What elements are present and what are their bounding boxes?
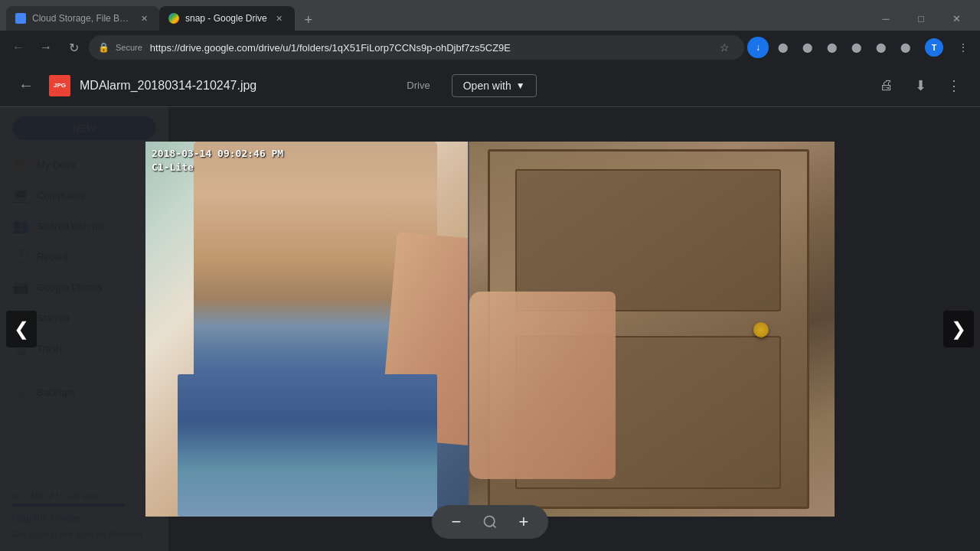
address-bar[interactable]: 🔒 Secure https://drive.google.com/drive/… [89,35,744,60]
tab-cloud-storage[interactable]: Cloud Storage, File Back... ✕ [6,6,159,31]
cam-label: C1-Lite [152,161,194,173]
maximize-button[interactable]: □ [903,6,939,31]
url-display: https://drive.google.com/drive/u/1/folde… [150,42,707,54]
cam-left-panel [145,142,469,517]
zoom-out-icon: − [452,512,462,532]
viewer-actions: 🖨 ⬇ ⋮ [873,72,968,99]
extension-area: ↓ ⬤ ⬤ ⬤ ⬤ ⬤ ⬤ T ⋮ [747,37,974,58]
tab-favicon-1 [15,13,26,24]
left-arrow-icon: ❮ [14,318,29,340]
tab-google-drive[interactable]: snap - Google Drive ✕ [159,6,295,31]
refresh-button[interactable]: ↻ [61,35,86,60]
back-to-drive-button[interactable]: ← [12,72,40,99]
zoom-search-icon [478,510,502,534]
zoom-toolbar: − + [432,505,548,539]
ext-icon-6[interactable]: ⬤ [870,37,891,58]
security-camera-image: 2018-03-14 09:02:46 PM C1-Lite [145,142,835,517]
previous-image-button[interactable]: ❮ [6,311,37,347]
file-type-icon: JPG [49,75,70,96]
open-with-chevron-icon: ▼ [516,80,525,91]
secure-icon: 🔒 [98,42,109,53]
profile-avatar[interactable]: T [925,38,943,57]
svg-line-1 [493,525,496,528]
main-content: Drive NEW 📁 My Drive 💻 Computers 👥 Share… [0,64,980,551]
image-area: ❮ 2018-03-14 09:02:46 PM C1-Lite [0,107,980,551]
bookmark-icon[interactable]: ☆ [714,37,735,58]
tab-bar: Cloud Storage, File Back... ✕ snap - Goo… [0,0,980,31]
cam-right-panel [469,142,835,517]
cam-timestamp: 2018-03-14 09:02:46 PM [152,148,283,159]
browser-controls: ← → ↻ 🔒 Secure https://drive.google.com/… [0,31,980,64]
tab-label-2: snap - Google Drive [185,13,267,24]
zoom-out-button[interactable]: − [444,510,469,534]
address-actions: ☆ [714,37,735,58]
print-button[interactable]: 🖨 [873,72,900,99]
ext-icon-2[interactable]: ⬤ [772,37,793,58]
door-upper-panel [515,169,782,311]
more-options-button[interactable]: ⋮ [940,72,968,99]
ext-icon-7[interactable]: ⬤ [894,37,916,58]
minimize-button[interactable]: ─ [868,6,903,31]
browser-frame: Cloud Storage, File Back... ✕ snap - Goo… [0,0,980,551]
close-button[interactable]: ✕ [939,6,974,31]
open-with-label: Open with [463,80,511,92]
next-image-button[interactable]: ❯ [943,311,974,347]
ext-icon-4[interactable]: ⬤ [821,37,842,58]
ext-icon-3[interactable]: ⬤ [796,37,818,58]
download-button[interactable]: ⬇ [906,72,934,99]
window-controls: ─ □ ✕ [868,6,974,31]
tab-label-1: Cloud Storage, File Back... [32,13,132,24]
zoom-in-button[interactable]: + [511,510,536,534]
door-knob [753,322,769,337]
secure-label: Secure [116,43,142,52]
back-button[interactable]: ← [6,35,31,60]
clothing-bottom [178,374,436,517]
viewer-header: ← JPG MDAlarm_20180314-210247.jpg Drive … [0,64,980,107]
tab-favicon-2 [168,13,179,24]
profile-area: T [919,38,949,57]
chrome-menu-icon[interactable]: ⋮ [952,37,974,58]
ext-icon-1[interactable]: ↓ [747,37,769,58]
file-viewer: ← JPG MDAlarm_20180314-210247.jpg Drive … [0,64,980,551]
new-tab-button[interactable]: + [298,9,319,31]
back-arrow-icon: ← [18,77,34,94]
tab-close-1[interactable]: ✕ [138,12,150,24]
zoom-in-icon: + [519,512,529,532]
ext-icon-5[interactable]: ⬤ [845,37,867,58]
open-with-button[interactable]: Open with ▼ [452,74,537,97]
forward-button[interactable]: → [34,35,58,60]
tab-close-2[interactable]: ✕ [273,12,286,24]
svg-point-0 [485,517,495,527]
right-arrow-icon: ❯ [951,318,966,340]
hand-silhouette [469,292,616,479]
viewer-filename: MDAlarm_20180314-210247.jpg [80,79,397,93]
breadcrumb-drive: Drive [407,80,430,91]
